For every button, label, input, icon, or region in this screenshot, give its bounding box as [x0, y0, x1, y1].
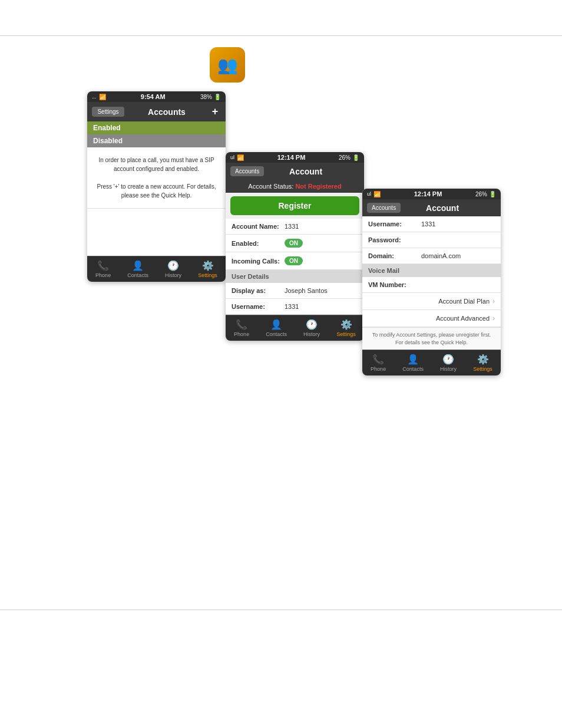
domain-value: domainA.com — [421, 252, 461, 259]
tab-phone-label-1: Phone — [95, 272, 111, 278]
app-icon-symbol: 👥 — [217, 55, 238, 75]
vm-number-label: VM Number: — [368, 281, 421, 288]
account-dial-plan-label: Account Dial Plan — [368, 298, 490, 305]
wifi-icon-2: 📶 — [237, 154, 244, 161]
account-status-bar: Account Status: Not Registered — [226, 180, 364, 193]
tab-settings-1[interactable]: ⚙️ Settings — [198, 260, 217, 278]
tab-contacts-label-1: Contacts — [127, 272, 148, 278]
username-value-2: 1331 — [285, 303, 299, 310]
account-advanced-row[interactable]: Account Advanced › — [362, 310, 501, 327]
tab-settings-2[interactable]: ⚙️ Settings — [336, 319, 356, 337]
tab-history-2[interactable]: 🕐 History — [303, 319, 320, 337]
back-btn-settings[interactable]: Settings — [92, 107, 124, 117]
page-container: 👥 ... 📶 9:54 AM 38% 🔋 Settings Accounts … — [0, 0, 562, 728]
tab-history-1[interactable]: 🕐 History — [165, 260, 181, 278]
account-name-value: 1331 — [285, 223, 299, 230]
domain-row: Domain: domainA.com — [362, 248, 501, 264]
wifi-icon-1: 📶 — [99, 94, 106, 100]
enabled-row: Enabled: ON — [226, 235, 364, 252]
settings-icon-1: ⚙️ — [202, 260, 214, 271]
time-2: 12:14 PM — [277, 154, 306, 161]
register-button[interactable]: Register — [230, 196, 359, 215]
phone-icon-3: 📞 — [372, 354, 384, 365]
empty-section-1 — [87, 209, 226, 256]
app-icon: 👥 — [210, 47, 245, 83]
history-icon-2: 🕐 — [306, 319, 318, 330]
signal-area-1: ... 📶 — [92, 94, 106, 100]
app-icon-container: 👥 — [210, 47, 245, 83]
tab-phone-1[interactable]: 📞 Phone — [95, 260, 111, 278]
vm-number-row: VM Number: — [362, 277, 501, 293]
battery-area-2: 26% 🔋 — [339, 154, 359, 161]
username-label-3: Username: — [368, 220, 421, 228]
contacts-icon-1: 👤 — [132, 260, 144, 271]
tab-bar-3: 📞 Phone 👤 Contacts 🕐 History ⚙️ Settings — [362, 350, 501, 375]
tab-contacts-2[interactable]: 👤 Contacts — [266, 319, 287, 337]
bottom-divider — [0, 610, 562, 610]
tab-bar-2: 📞 Phone 👤 Contacts 🕐 History ⚙️ Settings — [226, 315, 364, 341]
username-value-3: 1331 — [421, 220, 435, 228]
account-advanced-label: Account Advanced — [368, 315, 490, 322]
tab-history-label-2: History — [303, 331, 320, 337]
nav-title-accounts: Accounts — [124, 107, 209, 117]
contacts-icon-2: 👤 — [270, 319, 282, 330]
time-3: 12:14 PM — [414, 190, 442, 197]
tab-phone-3[interactable]: 📞 Phone — [371, 354, 386, 372]
back-btn-accounts-3[interactable]: Accounts — [367, 203, 401, 213]
time-1: 9:54 AM — [141, 93, 166, 100]
account-status-label: Account Status: — [248, 183, 293, 190]
back-btn-accounts-2[interactable]: Accounts — [230, 166, 264, 176]
tab-phone-label-3: Phone — [371, 366, 386, 372]
domain-label: Domain: — [368, 252, 421, 259]
status-bar-3: ul 📶 12:14 PM 26% 🔋 — [362, 189, 501, 199]
info-text-box: In order to place a call, you must have … — [87, 147, 226, 209]
enabled-toggle[interactable]: ON — [285, 239, 303, 248]
tab-history-label-3: History — [440, 366, 457, 372]
battery-label-3: 26% — [475, 191, 487, 197]
battery-area-1: 38% 🔋 — [200, 94, 221, 100]
enabled-section-header: Enabled — [87, 121, 226, 134]
screen1-accounts: ... 📶 9:54 AM 38% 🔋 Settings Accounts + … — [87, 91, 226, 282]
tab-contacts-label-2: Contacts — [266, 331, 287, 337]
tab-settings-label-1: Settings — [198, 272, 217, 278]
tab-contacts-1[interactable]: 👤 Contacts — [127, 260, 148, 278]
enabled-label: Enabled: — [232, 240, 285, 247]
signal-area-2: ul 📶 — [230, 154, 244, 161]
phone-icon-1: 📞 — [97, 260, 109, 271]
phone-icon-2: 📞 — [236, 319, 247, 330]
battery-area-3: 26% 🔋 — [475, 191, 496, 197]
contacts-icon-3: 👤 — [407, 354, 419, 365]
incoming-calls-label: Incoming Calls: — [232, 258, 285, 265]
screen3-account-detail: ul 📶 12:14 PM 26% 🔋 Accounts Account Use… — [362, 189, 501, 375]
tab-settings-label-3: Settings — [473, 366, 492, 372]
nav-bar-2: Accounts Account — [226, 163, 364, 180]
history-icon-1: 🕐 — [167, 260, 179, 271]
account-dial-plan-row[interactable]: Account Dial Plan › — [362, 293, 501, 310]
signal-text-3: ul — [367, 191, 371, 197]
display-as-value: Joseph Santos — [285, 287, 328, 294]
tab-phone-2[interactable]: 📞 Phone — [234, 319, 249, 337]
account-name-label: Account Name: — [232, 223, 285, 230]
account-status-value: Not Registered — [295, 183, 341, 190]
tab-settings-3[interactable]: ⚙️ Settings — [473, 354, 492, 372]
tab-contacts-3[interactable]: 👤 Contacts — [402, 354, 424, 372]
screen2-account: ul 📶 12:14 PM 26% 🔋 Accounts Account Acc… — [226, 152, 364, 341]
tab-history-3[interactable]: 🕐 History — [440, 354, 457, 372]
disabled-section-header: Disabled — [87, 134, 226, 147]
settings-icon-2: ⚙️ — [340, 319, 352, 330]
battery-icon-2: 🔋 — [352, 154, 359, 161]
advanced-chevron-icon: › — [492, 314, 495, 322]
wifi-icon-3: 📶 — [373, 191, 381, 197]
incoming-calls-toggle[interactable]: ON — [285, 256, 303, 265]
signal-text-2: ul — [230, 154, 234, 160]
display-as-label: Display as: — [232, 287, 285, 294]
battery-icon-1: 🔋 — [214, 94, 221, 100]
add-account-button[interactable]: + — [209, 106, 221, 118]
top-divider — [0, 35, 562, 36]
status-bar-2: ul 📶 12:14 PM 26% 🔋 — [226, 152, 364, 163]
nav-bar-3: Accounts Account — [362, 199, 501, 216]
signal-area-3: ul 📶 — [367, 191, 381, 197]
tab-bar-1: 📞 Phone 👤 Contacts 🕐 History ⚙️ Settings — [87, 256, 226, 282]
password-row: Password: — [362, 232, 501, 248]
username-row-3: Username: 1331 — [362, 216, 501, 232]
